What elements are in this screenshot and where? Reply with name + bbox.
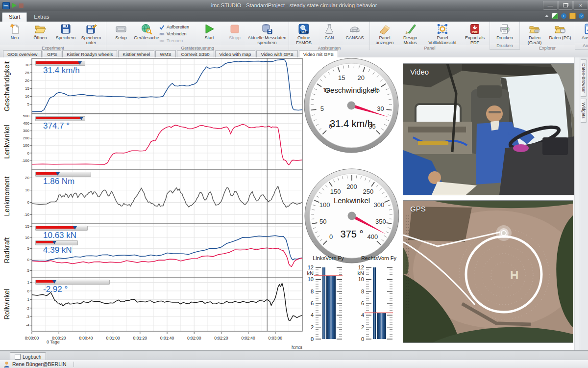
ribbon-button-panel-anzeigen[interactable]: Panel anzeigen xyxy=(372,23,397,45)
save-as-icon xyxy=(85,23,97,35)
svg-text:0:02:40: 0:02:40 xyxy=(241,336,255,341)
slider-marker-icon[interactable] xyxy=(52,280,56,284)
bar-meter-scale: 024681012kN xyxy=(356,262,401,348)
ribbon-tab-start[interactable]: Start xyxy=(2,12,27,22)
ribbon-button-stopp[interactable]: Stopp xyxy=(222,23,247,45)
close-button[interactable]: × xyxy=(573,1,588,10)
ribbon-button-verbinden[interactable]: Verbinden xyxy=(159,30,196,37)
slider-marker-icon[interactable] xyxy=(73,226,77,230)
ribbon-button-daten-ger-t[interactable]: Daten (Gerät) xyxy=(522,23,547,45)
window-title: imc STUDIO - StandardProject - steady st… xyxy=(0,2,588,8)
printer-icon xyxy=(499,23,511,35)
docking-tabs: Daten-BrowserWidgets xyxy=(580,57,588,350)
help-icon[interactable]: ? xyxy=(579,13,584,19)
ribbon-group-label: Drucken xyxy=(490,43,519,49)
ribbon-button-cansas[interactable]: CANSAS xyxy=(342,23,368,45)
svg-text:0:02:00: 0:02:00 xyxy=(187,336,201,341)
svg-text:4: 4 xyxy=(311,312,314,318)
ribbon-button-speichern[interactable]: Speichern xyxy=(53,23,78,45)
collapse-ribbon-icon[interactable] xyxy=(545,15,549,17)
ribbon-button-ger-tesuche[interactable]: Gerätesuche xyxy=(134,23,159,45)
ribbon-group-panel: Panel anzeigenDesign ModusPanel Vollbild… xyxy=(370,22,490,49)
svg-text:12: 12 xyxy=(308,264,314,270)
slider-marker-icon[interactable] xyxy=(79,117,83,120)
value-slider[interactable] xyxy=(35,280,110,285)
ribbon-button-speichern-unter[interactable]: Speichern unter xyxy=(78,23,104,45)
svg-text:OFA: OFA xyxy=(301,31,306,33)
slider-marker-icon[interactable] xyxy=(56,172,60,176)
value-slider[interactable] xyxy=(35,240,78,245)
info-icon[interactable]: i xyxy=(561,13,566,19)
value-slider[interactable] xyxy=(35,226,88,231)
restore-button[interactable] xyxy=(558,1,573,10)
minimize-button[interactable]: — xyxy=(543,1,558,10)
stop-measurement-icon[interactable] xyxy=(19,3,24,8)
slider-fill xyxy=(36,280,54,283)
ribbon-button-auswahl[interactable]: Auswahl xyxy=(577,23,588,43)
value-slider[interactable] xyxy=(35,116,85,121)
ribbon-tabs: StartExtras xyxy=(2,12,56,22)
svg-text:100: 100 xyxy=(23,143,30,148)
slider-fill xyxy=(36,61,80,64)
video-label: Video xyxy=(410,68,429,76)
svg-text:PDF: PDF xyxy=(472,30,478,33)
current-user: Rene Bünger@BERLIN xyxy=(12,361,66,367)
data-folder-icon[interactable] xyxy=(569,13,576,19)
curve-window[interactable]: 51015202530-1000100200300400500-1001020-… xyxy=(0,57,316,350)
ribbon-button-ffnen[interactable]: Öffnen xyxy=(27,23,53,45)
ribbon-button-online-famos[interactable]: OFAOnline FAMOS xyxy=(291,23,317,45)
slider-marker-icon[interactable] xyxy=(78,61,82,65)
ribbon-button-neu[interactable]: Neu xyxy=(2,23,27,45)
logbuch-tab[interactable]: Logbuch xyxy=(10,352,46,360)
value-readout-rollwinkel-0: -2.92 ° xyxy=(35,280,110,294)
svg-text:6: 6 xyxy=(311,300,314,306)
ribbon-button-aktuelle-messdaten-speichern[interactable]: Aktuelle Messdaten speichern xyxy=(247,23,287,45)
ribbon-button-daten-pc[interactable]: Daten (PC) xyxy=(547,23,573,45)
ribbon-button-can[interactable]: CAN xyxy=(317,23,342,45)
dock-tab-widgets[interactable]: Widgets xyxy=(581,99,587,123)
svg-text:0: 0 xyxy=(27,200,30,205)
page-tab-kistler-roadyn-wheels[interactable]: Kistler Roadyn wheels xyxy=(62,50,117,58)
page-tab-kistler-wheel[interactable]: Kistler Wheel xyxy=(118,50,154,58)
ribbon-tab-extras[interactable]: Extras xyxy=(27,12,56,22)
value-slider[interactable] xyxy=(35,172,91,177)
ribbon-button-aufbereiten[interactable]: Aufbereiten xyxy=(159,24,196,30)
ribbon-button-start[interactable]: Start xyxy=(196,23,222,45)
ribbon-button-trennen[interactable]: Trennen xyxy=(159,37,196,44)
page-tab-gos-overview[interactable]: GOS overview xyxy=(3,50,42,58)
dock-tab-daten-browser[interactable]: Daten-Browser xyxy=(581,59,587,97)
value-slider[interactable] xyxy=(35,61,85,66)
gps-label: GPS xyxy=(410,205,426,213)
bar-meter-linksvorn: LinksVorn Fy024681012kN xyxy=(306,255,351,348)
panel-show-icon xyxy=(379,23,391,35)
page-tab-video-with-gps[interactable]: Video with GPS xyxy=(256,50,297,58)
ribbon-group-ansicht: AuswahlAnsicht xyxy=(575,22,588,49)
ribbon-button-drucken[interactable]: Drucken xyxy=(492,23,517,43)
svg-text:-5: -5 xyxy=(26,268,30,273)
ribbon-button-panel-vollbildansicht[interactable]: Panel Vollbildansicht xyxy=(423,23,462,45)
svg-text:300: 300 xyxy=(374,201,385,209)
ribbon-button-design-modus[interactable]: Design Modus xyxy=(397,23,423,45)
channel-value: 31.4 km/h xyxy=(35,66,85,76)
svg-text:2: 2 xyxy=(311,324,314,330)
ribbon-button-label: Panel anzeigen xyxy=(372,36,397,45)
ribbon-button-label: Gerätesuche xyxy=(134,36,159,41)
ribbon-button-setup[interactable]: Setup xyxy=(108,23,134,45)
page-tab-wms[interactable]: WMS xyxy=(155,50,175,58)
ribbon-button-export-als-pdf[interactable]: PDFExport als PDF xyxy=(462,23,488,45)
page-tab-video-with-map[interactable]: Video with map xyxy=(215,50,256,58)
new-document-icon xyxy=(9,23,21,35)
stop-icon xyxy=(229,23,241,35)
svg-text:6: 6 xyxy=(361,300,364,306)
ribbon-button-label: CANSAS xyxy=(345,36,364,41)
svg-text:25: 25 xyxy=(25,71,29,75)
channel-label-radkraft: Radkraft xyxy=(3,237,11,263)
start-measurement-icon[interactable] xyxy=(12,3,17,8)
page-tab-correvit-s350[interactable]: Correvit S350 xyxy=(177,50,214,58)
page-tab-gps[interactable]: GPS xyxy=(43,50,61,58)
panel-layout-icon[interactable] xyxy=(552,13,558,19)
svg-text:0:01:20: 0:01:20 xyxy=(133,336,147,341)
ribbon-button-label: Panel Vollbildansicht xyxy=(423,36,462,45)
svg-text:0:02:20: 0:02:20 xyxy=(214,336,228,341)
slider-marker-icon[interactable] xyxy=(52,241,56,244)
